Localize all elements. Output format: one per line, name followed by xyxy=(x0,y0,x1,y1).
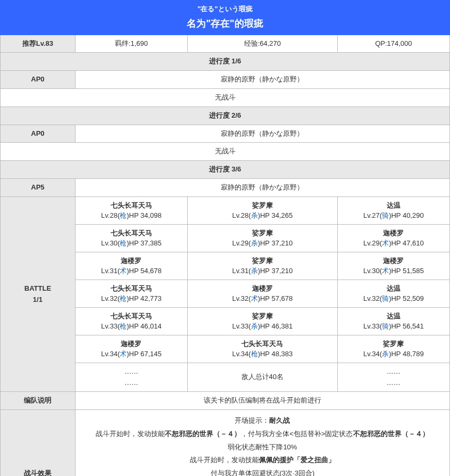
location: 寂静的原野（静かな原野） xyxy=(75,178,449,196)
class-link[interactable]: 术 xyxy=(120,350,127,358)
class-link[interactable]: 术 xyxy=(382,239,389,247)
battle-label: BATTLE 1/1 xyxy=(1,196,76,392)
qp: QP:174,000 xyxy=(337,35,449,53)
class-link[interactable]: 枪 xyxy=(120,322,127,330)
quest-header: "在る"という瑕疵 名为"存在"的瑕疵 xyxy=(1,1,450,35)
class-link[interactable]: 骑 xyxy=(382,294,389,302)
location: 寂静的原野（静かな原野） xyxy=(75,71,449,89)
enemy-cell: 七头长耳天马Lv.34(枪)HP 48,383 xyxy=(188,335,338,363)
effect-text: 开场提示：耐久战 战斗开始时，发动技能不恕邪恶的世界（－４），付与我方全体<包括… xyxy=(75,410,449,476)
team-text: 该关卡的队伍编制将在战斗开始前进行 xyxy=(75,392,449,410)
class-link[interactable]: 枪 xyxy=(251,350,258,358)
enemy-cell: 七头长耳天马Lv.32(枪)HP 42,773 xyxy=(75,280,187,307)
progress-3: 进行度 3/6 xyxy=(1,161,450,179)
class-link[interactable]: 枪 xyxy=(120,294,127,302)
enemy-cell: 迦楼罗Lv.32(术)HP 57,678 xyxy=(188,280,338,307)
enemy-cell: 迦楼罗Lv.34(术)HP 67,145 xyxy=(75,335,187,363)
progress-1: 进行度 1/6 xyxy=(1,53,450,71)
class-link[interactable]: 术 xyxy=(382,267,389,275)
rec-lv: 推荐Lv.83 xyxy=(1,35,76,53)
class-link[interactable]: 术 xyxy=(120,267,127,275)
enemy-cell: 娑罗摩Lv.28(杀)HP 34,265 xyxy=(188,196,338,224)
enemy-total: 敌人总计40名 xyxy=(188,363,338,392)
class-link[interactable]: 枪 xyxy=(120,211,127,219)
quest-table: "在る"という瑕疵 名为"存在"的瑕疵 推荐Lv.83 羁绊:1,690 经验:… xyxy=(0,0,450,476)
progress-2: 进行度 2/6 xyxy=(1,106,450,125)
no-battle: 无战斗 xyxy=(1,88,450,106)
effect-label: 战斗效果 xyxy=(1,410,76,476)
enemy-cell: 达温Lv.27(骑)HP 40,290 xyxy=(337,196,449,224)
exp: 经验:64,270 xyxy=(188,35,338,53)
enemy-cell: 娑罗摩Lv.31(杀)HP 37,210 xyxy=(188,252,338,280)
class-link[interactable]: 杀 xyxy=(251,211,258,219)
team-label: 编队说明 xyxy=(1,392,76,410)
class-link[interactable]: 杀 xyxy=(382,350,389,358)
class-link[interactable]: 枪 xyxy=(120,239,127,247)
bond: 羁绊:1,690 xyxy=(75,35,187,53)
dots-cell: ………… xyxy=(75,363,187,392)
ap-label: AP5 xyxy=(1,178,76,196)
title-cn: 名为"存在"的瑕疵 xyxy=(3,16,447,31)
enemy-cell: 迦楼罗Lv.30(术)HP 51,585 xyxy=(337,252,449,280)
ap-label: AP0 xyxy=(1,125,76,143)
enemy-cell: 娑罗摩Lv.29(杀)HP 37,210 xyxy=(188,224,338,252)
enemy-cell: 娑罗摩Lv.33(杀)HP 46,381 xyxy=(188,307,338,335)
enemy-cell: 达温Lv.32(骑)HP 52,509 xyxy=(337,280,449,307)
enemy-cell: 达温Lv.33(骑)HP 56,541 xyxy=(337,307,449,335)
no-battle: 无战斗 xyxy=(1,143,450,161)
class-link[interactable]: 杀 xyxy=(251,267,258,275)
enemy-cell: 七头长耳天马Lv.33(枪)HP 46,014 xyxy=(75,307,187,335)
location: 寂静的原野（静かな原野） xyxy=(75,125,449,143)
enemy-cell: 娑罗摩Lv.34(杀)HP 48,789 xyxy=(337,335,449,363)
class-link[interactable]: 骑 xyxy=(382,211,389,219)
class-link[interactable]: 杀 xyxy=(251,322,258,330)
enemy-cell: 七头长耳天马Lv.30(枪)HP 37,385 xyxy=(75,224,187,252)
class-link[interactable]: 术 xyxy=(251,294,258,302)
enemy-cell: 迦楼罗Lv.31(术)HP 54,678 xyxy=(75,252,187,280)
class-link[interactable]: 骑 xyxy=(382,322,389,330)
title-jp: "在る"という瑕疵 xyxy=(3,4,447,15)
class-link[interactable]: 杀 xyxy=(251,239,258,247)
ap-label: AP0 xyxy=(1,71,76,89)
dots-cell: ………… xyxy=(337,363,449,392)
enemy-cell: 迦楼罗Lv.29(术)HP 47,610 xyxy=(337,224,449,252)
enemy-cell: 七头长耳天马Lv.28(枪)HP 34,098 xyxy=(75,196,187,224)
